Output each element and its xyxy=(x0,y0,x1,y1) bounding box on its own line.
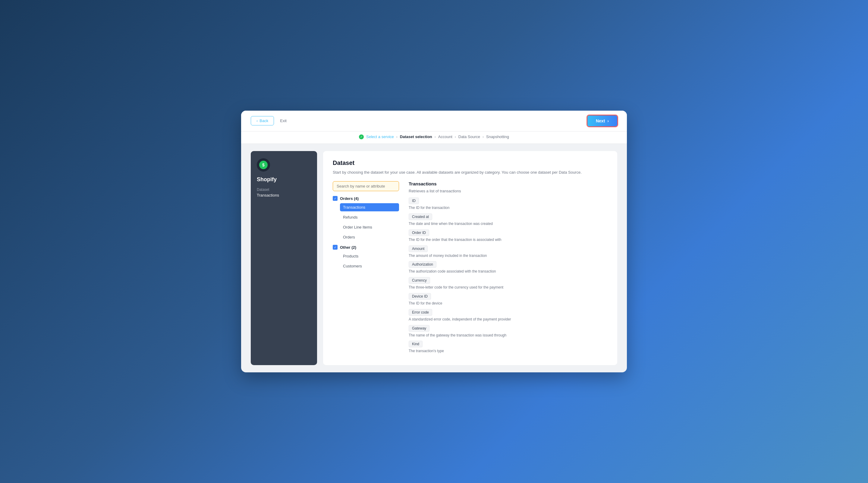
attribute-row: Amount The amount of money included in t… xyxy=(409,245,608,259)
attribute-row: Kind The transaction's type xyxy=(409,341,608,354)
attr-description: The transaction's type xyxy=(409,349,608,354)
attribute-row: Created at The date and time when the tr… xyxy=(409,213,608,227)
main-panel: Dataset Start by choosing the dataset fo… xyxy=(323,151,617,365)
breadcrumb-select-service[interactable]: ✓ Select a service xyxy=(359,134,394,139)
breadcrumb-chevron-4: › xyxy=(483,135,484,139)
attribute-row: Authorization The authorization code ass… xyxy=(409,261,608,274)
attr-description: The name of the gateway the transaction … xyxy=(409,333,608,338)
breadcrumb-data-source[interactable]: Data Source xyxy=(458,134,480,139)
attr-badge: ID xyxy=(409,198,419,204)
attr-badge: Order ID xyxy=(409,230,429,236)
item-refunds[interactable]: Refunds xyxy=(340,213,399,221)
category-orders-header[interactable]: ✓ Orders (4) xyxy=(333,196,399,201)
shopify-logo-icon: $ xyxy=(259,161,268,169)
breadcrumb-snapshotting[interactable]: Snapshotting xyxy=(486,134,509,139)
attr-badge: Device ID xyxy=(409,293,431,300)
attributes-list: ID The ID for the transaction Created at… xyxy=(409,198,608,354)
breadcrumb-chevron-2: › xyxy=(435,135,436,139)
content-area: $ Shopify Dataset Transactions Dataset S… xyxy=(241,144,627,372)
item-customers[interactable]: Customers xyxy=(340,262,399,270)
orders-items: Transactions Refunds Order Line Items Or… xyxy=(333,203,399,241)
attr-badge: Error code xyxy=(409,309,432,316)
attribute-section-desc: Retrieves a list of transactions xyxy=(409,189,608,193)
panel-body: ✓ Orders (4) Transactions Refunds Order … xyxy=(333,181,608,357)
exit-button[interactable]: Exit xyxy=(280,119,287,123)
attr-description: The date and time when the transaction w… xyxy=(409,221,608,227)
breadcrumb-data-source-label: Data Source xyxy=(458,134,480,139)
attr-badge: Created at xyxy=(409,213,432,220)
item-orders[interactable]: Orders xyxy=(340,233,399,241)
other-category-label: Other (2) xyxy=(340,245,356,250)
attr-description: The amount of money included in the tran… xyxy=(409,253,608,259)
item-order-line-items[interactable]: Order Line Items xyxy=(340,223,399,231)
category-other: ✓ Other (2) Products Customers xyxy=(333,245,399,270)
attr-badge: Amount xyxy=(409,245,428,252)
breadcrumb-select-service-label: Select a service xyxy=(366,134,394,139)
orders-category-label: Orders (4) xyxy=(340,196,359,201)
breadcrumb-bar: ✓ Select a service › Dataset selection ›… xyxy=(241,131,627,144)
next-button[interactable]: Next › xyxy=(587,116,617,126)
item-products[interactable]: Products xyxy=(340,252,399,260)
back-button[interactable]: ‹ Back xyxy=(251,116,274,125)
service-logo: $ xyxy=(257,158,270,172)
breadcrumb-account-label: Account xyxy=(438,134,453,139)
attribute-row: Order ID The ID for the order that the t… xyxy=(409,230,608,242)
category-orders: ✓ Orders (4) Transactions Refunds Order … xyxy=(333,196,399,241)
attr-badge: Currency xyxy=(409,277,430,284)
attr-description: A standardized error code, independent o… xyxy=(409,317,608,322)
breadcrumb-dataset-label: Dataset selection xyxy=(400,134,432,139)
attr-badge: Gateway xyxy=(409,325,430,332)
breadcrumb-account[interactable]: Account xyxy=(438,134,453,139)
attribute-row: Currency The three-letter code for the c… xyxy=(409,277,608,290)
attribute-row: Device ID The ID for the device xyxy=(409,293,608,306)
panel-description: Start by choosing the dataset for your u… xyxy=(333,170,608,176)
attribute-row: Gateway The name of the gateway the tran… xyxy=(409,325,608,338)
attribute-section-title: Transactions xyxy=(409,181,608,186)
attr-description: The ID for the transaction xyxy=(409,205,608,210)
attr-description: The ID for the device xyxy=(409,301,608,306)
attr-description: The three-letter code for the currency u… xyxy=(409,285,608,290)
other-checkbox[interactable]: ✓ xyxy=(333,245,338,250)
panel-title: Dataset xyxy=(333,159,608,167)
breadcrumb-snapshotting-label: Snapshotting xyxy=(486,134,509,139)
top-bar: ‹ Back Exit Next › xyxy=(241,111,627,131)
category-other-header[interactable]: ✓ Other (2) xyxy=(333,245,399,250)
sidebar-section-label: Dataset xyxy=(257,187,311,192)
sidebar-section-value: Transactions xyxy=(257,193,311,198)
search-input[interactable] xyxy=(333,181,399,191)
left-panel: ✓ Orders (4) Transactions Refunds Order … xyxy=(333,181,399,357)
attribute-row: Error code A standardized error code, in… xyxy=(409,309,608,322)
orders-checkbox[interactable]: ✓ xyxy=(333,196,338,201)
item-transactions[interactable]: Transactions xyxy=(340,203,399,211)
back-label: Back xyxy=(259,119,268,123)
attribute-row: ID The ID for the transaction xyxy=(409,198,608,210)
back-chevron-icon: ‹ xyxy=(256,119,258,123)
attr-description: The ID for the order that the transactio… xyxy=(409,237,608,242)
sidebar-service-name: Shopify xyxy=(257,176,311,183)
other-items: Products Customers xyxy=(333,252,399,270)
breadcrumb-chevron-3: › xyxy=(455,135,456,139)
attr-badge: Kind xyxy=(409,341,423,347)
next-label: Next xyxy=(596,119,605,123)
check-icon: ✓ xyxy=(359,134,364,139)
attr-badge: Authorization xyxy=(409,261,436,268)
top-bar-left: ‹ Back Exit xyxy=(251,116,287,125)
right-panel: Transactions Retrieves a list of transac… xyxy=(409,181,608,357)
breadcrumb-chevron-1: › xyxy=(396,135,398,139)
sidebar-service-card: $ Shopify Dataset Transactions xyxy=(251,151,317,365)
next-chevron-icon: › xyxy=(607,119,609,123)
main-window: ‹ Back Exit Next › ✓ Select a service › … xyxy=(241,111,627,372)
breadcrumb-dataset-selection[interactable]: Dataset selection xyxy=(400,134,432,139)
exit-label: Exit xyxy=(280,119,287,123)
attr-description: The authorization code associated with t… xyxy=(409,269,608,274)
